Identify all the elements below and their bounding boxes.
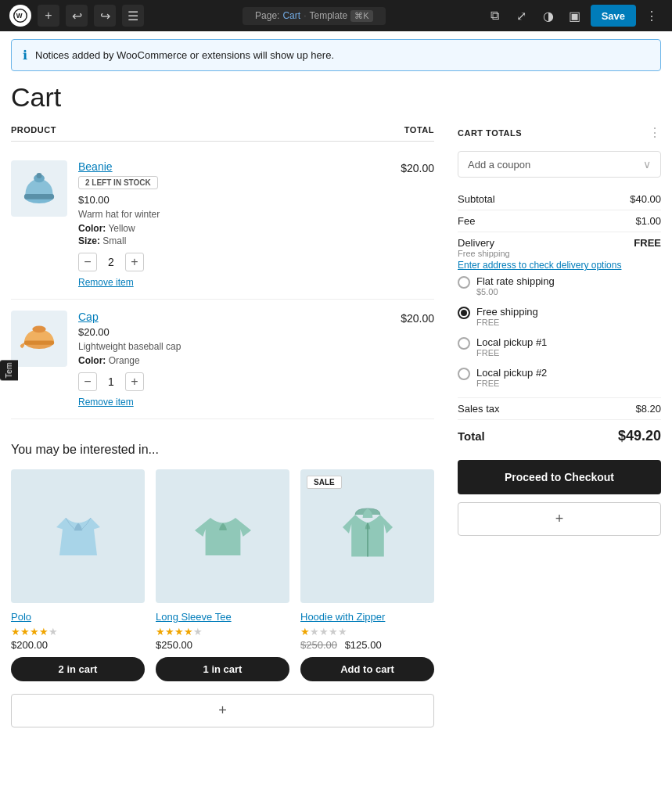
polo-cart-button[interactable]: 2 in cart [11, 657, 145, 681]
longsleeve-image [156, 469, 289, 603]
shipping-free-label: Free shipping [476, 306, 538, 318]
chevron-down-icon: ∨ [643, 158, 651, 171]
total-row: Total $49.20 [458, 420, 661, 452]
cap-total: $20.00 [401, 311, 434, 325]
hoodie-name-link[interactable]: Hoodie with Zipper [300, 611, 385, 623]
col-product: PRODUCT [11, 125, 56, 135]
breadcrumb-name: Cart [282, 10, 300, 21]
polo-image [11, 469, 145, 603]
beanie-name-link[interactable]: Beanie [78, 160, 390, 173]
cart-right: CART TOTALS ⋮ Add a coupon ∨ Subtotal $4… [458, 125, 661, 727]
longsleeve-cart-button[interactable]: 1 in cart [156, 657, 289, 681]
cart-totals-options[interactable]: ⋮ [649, 125, 661, 140]
preview-button[interactable]: ⧉ [484, 5, 506, 27]
cap-qty-value: 1 [103, 375, 119, 388]
info-icon: ℹ [23, 48, 27, 63]
shipping-flat-sub: $5.00 [476, 287, 555, 296]
check-delivery-link[interactable]: Enter address to check delivery options [458, 260, 661, 271]
layout-button[interactable]: ▣ [564, 5, 586, 27]
delivery-sub: Free shipping [458, 249, 510, 258]
longsleeve-stars: ★★★★★ [156, 626, 203, 638]
delivery-label: Delivery [458, 237, 510, 249]
save-button[interactable]: Save [591, 5, 636, 27]
undo-button[interactable]: ↩ [66, 5, 88, 27]
breadcrumb-template: Template [309, 10, 347, 21]
fee-label: Fee [458, 215, 475, 227]
bottom-add-block-button[interactable]: + [11, 694, 434, 727]
coupon-label: Add a coupon [468, 159, 530, 171]
cart-item: Cap $20.00 Lightweight baseball cap Colo… [11, 300, 434, 419]
beanie-qty-control: − 2 + [78, 253, 390, 271]
fee-row: Fee $1.00 [458, 210, 661, 232]
beanie-color: Color: Yellow [78, 223, 390, 234]
shipping-local1-radio[interactable] [458, 337, 470, 350]
cap-name-link[interactable]: Cap [78, 311, 390, 323]
page-content: Cart PRODUCT TOTAL [0, 71, 672, 738]
checkout-button[interactable]: Proceed to Checkout [458, 460, 661, 494]
longsleeve-name-link[interactable]: Long Sleeve Tee [156, 611, 232, 623]
page-title: Cart [11, 82, 661, 113]
fullscreen-button[interactable]: ⤢ [511, 5, 533, 27]
shipping-local2-radio[interactable] [458, 368, 470, 380]
beanie-desc: Warm hat for winter [78, 209, 390, 220]
shipping-local2-sub: FREE [476, 379, 547, 388]
subtotal-row: Subtotal $40.00 [458, 189, 661, 210]
cap-qty-decrease[interactable]: − [78, 372, 97, 391]
shipping-free-radio[interactable] [458, 307, 470, 319]
col-total: TOTAL [404, 125, 434, 135]
hoodie-image: SALE [300, 469, 434, 603]
radio-selected-indicator [461, 310, 467, 316]
cart-left: PRODUCT TOTAL Beanie 2 LE [11, 125, 434, 727]
delivery-value: FREE [634, 237, 661, 249]
hoodie-current-price: $125.00 [345, 639, 382, 651]
beanie-price: $10.00 [78, 194, 390, 206]
cap-remove-link[interactable]: Remove item [78, 397, 134, 408]
polo-name-link[interactable]: Polo [11, 611, 31, 623]
svg-rect-8 [24, 341, 54, 345]
cap-details: Cap $20.00 Lightweight baseball cap Colo… [78, 311, 390, 408]
add-block-top-button[interactable]: + [38, 5, 59, 27]
top-bar-right: ⧉ ⤢ ◑ ▣ Save ⋮ [484, 5, 663, 27]
sales-tax-row: Sales tax $8.20 [458, 398, 661, 420]
beanie-icon [19, 168, 59, 209]
cap-qty-control: − 1 + [78, 372, 390, 391]
interested-section: You may be interested in... Polo ★★★★ [11, 443, 434, 727]
theme-toggle-button[interactable]: ◑ [537, 5, 559, 27]
more-options-button[interactable]: ⋮ [641, 5, 663, 27]
shipping-option-local1: Local pickup #1 FREE [458, 332, 661, 362]
cap-price: $20.00 [78, 326, 390, 338]
beanie-image [11, 160, 67, 217]
shipping-option-flat: Flat rate shipping $5.00 [458, 271, 661, 301]
shipping-local1-sub: FREE [476, 348, 547, 357]
longsleeve-price: $250.00 [156, 639, 192, 651]
hoodie-stars: ★★★★★ [300, 626, 347, 638]
beanie-remove-link[interactable]: Remove item [78, 277, 134, 288]
cap-image [11, 311, 67, 367]
longsleeve-icon [192, 505, 254, 568]
breadcrumb[interactable]: Page: Cart · Template ⌘K [243, 7, 385, 25]
coupon-row[interactable]: Add a coupon ∨ [458, 151, 661, 178]
wp-logo[interactable]: W [9, 5, 31, 27]
svg-text:W: W [16, 13, 23, 20]
cap-desc: Lightweight baseball cap [78, 341, 390, 352]
notice-text: Notices added by WooCommerce or extensio… [35, 49, 334, 61]
add-block-button[interactable]: + [458, 502, 661, 536]
cap-qty-increase[interactable]: + [125, 372, 144, 391]
subtotal-value: $40.00 [630, 193, 661, 205]
notice-bar: ℹ Notices added by WooCommerce or extens… [11, 39, 661, 71]
beanie-qty-increase[interactable]: + [125, 253, 144, 271]
cart-totals-title: CART TOTALS [458, 128, 522, 138]
cap-icon [19, 318, 59, 359]
cart-table-header: PRODUCT TOTAL [11, 125, 434, 142]
shipping-local2-label: Local pickup #2 [476, 367, 547, 379]
list-view-button[interactable]: ☰ [122, 5, 144, 27]
hoodie-cart-button[interactable]: Add to cart [300, 657, 434, 681]
redo-button[interactable]: ↪ [94, 5, 116, 27]
template-label: Tem [0, 360, 18, 380]
top-bar-center: Page: Cart · Template ⌘K [150, 7, 478, 25]
sales-tax-label: Sales tax [458, 403, 499, 415]
products-grid: Polo ★★★★★ $200.00 2 in cart [11, 469, 434, 681]
beanie-qty-decrease[interactable]: − [78, 253, 97, 271]
shipping-flat-radio[interactable] [458, 276, 470, 289]
shipping-option-free: Free shipping FREE [458, 301, 661, 332]
